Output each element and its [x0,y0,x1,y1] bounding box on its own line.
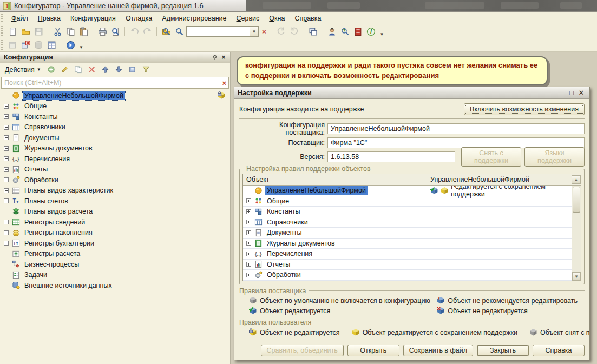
save-to-file-button[interactable]: Сохранить в файл [403,345,473,356]
delete-icon[interactable] [86,64,98,75]
menu-item-4[interactable]: Отладка [121,14,157,23]
tree-item-11[interactable]: Тт Планы счетов [0,196,230,207]
more-caret[interactable]: ▼ [77,45,85,50]
menu-item-5[interactable]: Администрирование [157,14,231,23]
table-row-5[interactable]: Документы [243,228,572,239]
methodist-icon[interactable] [326,26,338,37]
paste-icon[interactable] [77,26,89,37]
expand-icon[interactable] [246,209,252,214]
table-row-8[interactable]: Отчеты [243,260,572,270]
tree-item-17[interactable]: Бизнес-процессы [0,259,230,270]
open-form-icon[interactable] [45,39,57,51]
edit-icon[interactable] [59,64,71,75]
scrollbar-thumb[interactable] [573,187,580,213]
move-down-icon[interactable] [113,64,125,75]
help-button[interactable]: Справка [533,345,585,356]
close-icon[interactable]: ✕ [576,89,586,97]
expand-icon[interactable] [246,220,252,224]
expand-icon[interactable] [3,114,9,119]
print-icon[interactable] [96,26,108,37]
new-document-icon[interactable] [6,26,18,37]
tree-item-19[interactable]: Внешние источники данных [0,280,230,291]
expand-icon[interactable] [3,241,9,246]
maximize-icon[interactable]: □ [567,89,576,97]
table-row-6[interactable]: Журналы документов [243,239,572,249]
expand-icon[interactable] [3,177,9,182]
table-row-3[interactable]: Константы [243,207,572,217]
tree-item-9[interactable]: Обработки [0,175,230,186]
cut-icon[interactable] [51,26,63,37]
table-row-7[interactable]: {..} Перечисления [243,249,572,260]
scroll-down-icon[interactable]: ▼ [572,272,581,281]
menu-item-8[interactable]: Справка [290,14,326,23]
clone-icon[interactable] [73,64,84,75]
expand-icon[interactable] [3,167,9,172]
expand-icon[interactable] [3,104,9,109]
enable-editing-button[interactable]: Включить возможность изменения [464,103,585,115]
expand-icon[interactable] [246,252,252,256]
quick-search-combobox[interactable] [186,26,250,37]
copy-window-icon[interactable] [307,26,319,37]
column-header-configuration[interactable]: УправлениеНебольшойФирмой [427,176,572,183]
expand-icon[interactable] [246,230,252,235]
close-configuration-icon[interactable] [19,39,31,51]
field-value[interactable]: 1.6.13.58 [327,151,455,162]
pin-icon[interactable] [211,54,219,62]
expand-icon[interactable] [3,146,9,151]
field-value[interactable]: Фирма "1С" [327,137,585,148]
search-input[interactable] [2,79,220,87]
start-debugging-icon[interactable] [64,39,76,51]
expand-icon[interactable] [246,198,252,203]
table-row-10[interactable]: Планы видов характеристик [243,281,572,281]
tree-item-16[interactable]: Регистры расчета [0,249,230,260]
tree-item-3[interactable]: Константы [0,111,230,122]
tree-item-12[interactable]: Планы видов расчета [0,207,230,217]
more-caret[interactable]: ▼ [378,32,386,37]
close-panel-icon[interactable]: × [219,54,228,62]
zoom-icon[interactable] [173,26,185,37]
expand-icon[interactable] [3,230,9,235]
info-icon[interactable]: i [365,26,377,37]
reorder-icon[interactable] [127,64,139,75]
column-header-object[interactable]: Объект [243,174,427,185]
tree-item-13[interactable]: Регистры сведений [0,217,230,228]
field-value[interactable]: УправлениеНебольшойФирмой [327,123,585,134]
clear-search-icon[interactable]: × [260,28,268,36]
expand-icon[interactable] [3,220,9,224]
move-up-icon[interactable] [100,64,111,75]
tree-item-7[interactable]: {..} Перечисления [0,154,230,164]
menu-item-6[interactable]: Сервис [232,14,265,23]
tree-item-14[interactable]: Регистры накопления [0,228,230,239]
expand-icon[interactable] [3,156,9,161]
menu-item-2[interactable]: Правка [33,14,65,23]
actions-menu-button[interactable]: Действия▼ [2,65,44,74]
add-icon[interactable] [45,64,57,75]
expand-icon[interactable] [246,262,252,267]
template-icon[interactable] [352,26,364,37]
expand-icon[interactable] [3,125,9,130]
tree-item-2[interactable]: Общие [0,101,230,112]
chevron-down-icon[interactable]: ▼ [250,26,259,37]
tree-item-15[interactable]: Тт Регистры бухгалтерии [0,238,230,249]
syntax-help-icon[interactable]: ? [339,26,351,37]
tree-item-1[interactable]: УправлениеНебольшойФирмой [0,90,230,101]
expand-icon[interactable] [3,135,9,140]
clear-search-icon[interactable]: × [220,79,228,87]
close-button[interactable]: Закрыть [477,345,529,356]
find-in-files-icon[interactable] [160,26,172,37]
expand-icon[interactable] [3,198,9,203]
tree-item-6[interactable]: Журналы документов [0,143,230,154]
table-row-1[interactable]: УправлениеНебольшойФирмой Редактируется … [243,186,572,196]
print-preview-icon[interactable] [109,26,121,37]
dialog-titlebar[interactable]: Настройка поддержки □ ✕ [234,87,589,99]
expand-icon[interactable] [3,188,9,193]
expand-icon[interactable] [246,241,252,246]
tree-item-18[interactable]: Задачи [0,270,230,281]
open-file-icon[interactable] [19,26,31,37]
tree-item-4[interactable]: Справочники [0,122,230,133]
vertical-scrollbar[interactable]: ▼ [572,186,581,281]
copy-icon[interactable] [64,26,76,37]
tree-item-5[interactable]: Документы [0,133,230,143]
search-combo[interactable]: ▼ [186,26,259,37]
scroll-up-icon[interactable]: ▲ [572,175,581,184]
